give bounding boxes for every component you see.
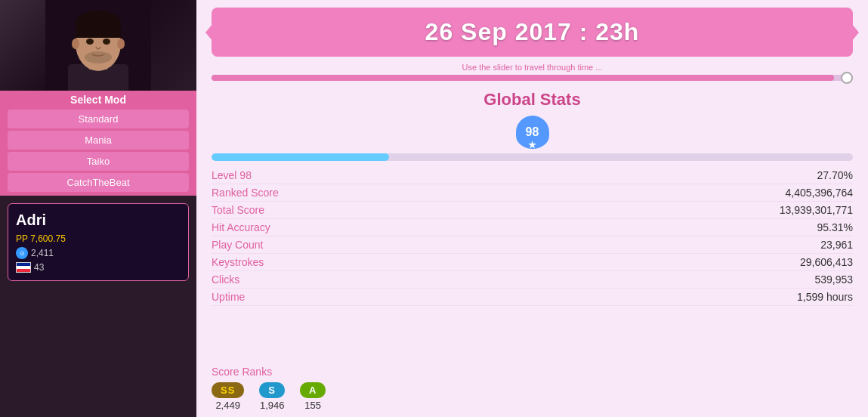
stat-value-total-score: 13,939,301,771 [780, 204, 853, 216]
stat-row-uptime: Uptime 1,599 hours [212, 289, 853, 306]
global-rank-value: 2,411 [31, 248, 54, 258]
xp-bar-track [212, 153, 853, 161]
level-badge: 98 [516, 116, 549, 149]
rank-count-s: 1,946 [260, 400, 285, 411]
svg-rect-5 [76, 21, 121, 38]
rank-count-a: 155 [304, 400, 321, 411]
svg-point-8 [85, 51, 112, 63]
user-card: Adri PP 7,600.75 ⊙ 2,411 43 [8, 203, 189, 281]
pp-value: 7,600.75 [30, 233, 66, 244]
main-content: 26 Sep 2017 : 23h Use the slider to trav… [196, 0, 868, 417]
stat-value-hit-accuracy: 95.31% [817, 221, 853, 233]
avatar-container [0, 0, 196, 91]
level-badge-row: 98 [196, 116, 868, 149]
stat-row-hit-accuracy: Hit Accuracy 95.31% [212, 219, 853, 236]
date-header-wrapper: 26 Sep 2017 : 23h [196, 0, 868, 57]
stat-row-level: Level 9827.70% [212, 167, 853, 184]
stat-label-total-score: Total Score [212, 204, 264, 216]
svg-point-7 [103, 39, 110, 45]
user-name: Adri [16, 212, 181, 229]
svg-point-10 [117, 39, 125, 49]
slider-fill [212, 75, 834, 81]
stat-value-uptime: 1,599 hours [797, 291, 853, 303]
stat-row-clicks: Clicks 539,953 [212, 271, 853, 289]
stat-label-keystrokes: Keystrokes [212, 256, 264, 268]
mod-taiko-button[interactable]: Taiko [8, 152, 189, 171]
score-ranks-section: Score Ranks SS 2,449 S 1,946 A 155 [196, 363, 868, 417]
stat-label-clicks: Clicks [212, 273, 239, 286]
stats-title: Global Stats [196, 90, 868, 110]
rank-badge-a: A [300, 382, 326, 398]
mod-title: Select Mod [0, 92, 196, 107]
score-ranks-row: SS 2,449 S 1,946 A 155 [212, 382, 853, 411]
mod-catchthebeat-button[interactable]: CatchTheBeat [8, 173, 189, 192]
slider-hint: Use the slider to travel through time ..… [212, 63, 853, 72]
pp-label: PP [16, 233, 28, 244]
stat-row-ranked-score: Ranked Score 4,405,396,764 [212, 184, 853, 202]
stat-row-play-count: Play Count 23,961 [212, 236, 853, 254]
stat-label-ranked-score: Ranked Score [212, 187, 279, 199]
stat-label-level: Level 98 [212, 169, 252, 181]
date-header: 26 Sep 2017 : 23h [212, 8, 853, 57]
user-rank-global: ⊙ 2,411 [16, 247, 181, 259]
mod-menu: Select Mod Standard Mania Taiko CatchThe… [0, 91, 196, 196]
stat-label-play-count: Play Count [212, 239, 263, 251]
user-country: 43 [16, 262, 181, 273]
stat-row-keystrokes: Keystrokes 29,606,413 [212, 254, 853, 271]
slider-thumb[interactable] [841, 72, 853, 84]
score-ranks-title: Score Ranks [212, 366, 853, 378]
xp-bar-row [196, 153, 868, 161]
rank-badge-s: S [259, 382, 285, 398]
stat-value-keystrokes: 29,606,413 [800, 256, 853, 268]
score-rank-s: S 1,946 [259, 382, 285, 411]
mod-standard-button[interactable]: Standard [8, 110, 189, 128]
stat-label-uptime: Uptime [212, 291, 245, 303]
global-rank-icon: ⊙ [16, 247, 28, 259]
svg-point-6 [86, 39, 94, 45]
level-number: 98 [526, 125, 539, 139]
flag-icon [16, 262, 31, 273]
user-pp: PP 7,600.75 [16, 233, 181, 244]
date-text: 26 Sep 2017 : 23h [425, 18, 640, 45]
avatar-image [45, 0, 151, 91]
stat-row-total-score: Total Score 13,939,301,771 [212, 202, 853, 219]
slider-section: Use the slider to travel through time ..… [196, 57, 868, 81]
country-rank-value: 43 [34, 262, 44, 273]
stats-table: Level 9827.70% Ranked Score 4,405,396,76… [196, 167, 868, 363]
slider-track[interactable] [212, 75, 853, 81]
stat-label-hit-accuracy: Hit Accuracy [212, 221, 270, 233]
score-rank-ss: SS 2,449 [212, 382, 244, 411]
mod-mania-button[interactable]: Mania [8, 131, 189, 150]
stat-value-level: 27.70% [817, 169, 853, 181]
rank-badge-ss: SS [212, 382, 244, 398]
sidebar: Select Mod Standard Mania Taiko CatchThe… [0, 0, 196, 417]
stat-value-ranked-score: 4,405,396,764 [785, 187, 853, 199]
stat-value-play-count: 23,961 [820, 239, 853, 251]
xp-bar-fill [212, 153, 389, 161]
score-rank-a: A 155 [300, 382, 326, 411]
stat-value-clicks: 539,953 [814, 273, 853, 286]
svg-point-9 [72, 39, 79, 49]
rank-count-ss: 2,449 [215, 400, 240, 411]
avatar [0, 0, 196, 91]
